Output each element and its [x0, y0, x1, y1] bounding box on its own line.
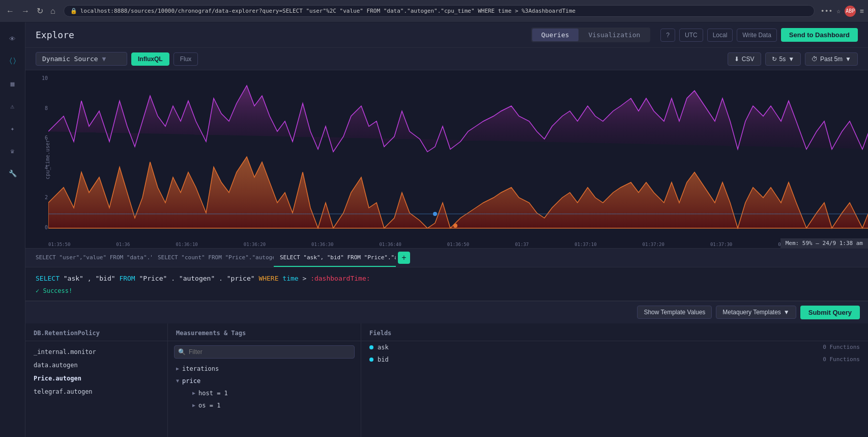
timerange-chevron-icon: ▼ — [845, 56, 851, 63]
measurement-price[interactable]: ▼ price — [168, 375, 361, 387]
help-button[interactable]: ? — [660, 29, 675, 42]
dashboards-icon: ▦ — [11, 80, 15, 88]
toolbar: Dynamic Source ▼ InfluxQL Flux ⬇ CSV ↻ 5… — [25, 48, 868, 70]
db-item-3[interactable]: telegraf.autogen — [25, 385, 167, 398]
tag-os[interactable]: ▶ os = 1 — [184, 399, 361, 412]
chevron-right-icon: ▶ — [176, 366, 179, 371]
menu-button[interactable]: ≡ — [860, 7, 864, 15]
refresh-interval-button[interactable]: ↻ 5s ▼ — [765, 52, 801, 66]
field-bid-functions: 0 Functions — [823, 356, 860, 363]
chevron-down-icon: ▼ — [176, 378, 179, 384]
measurements-list: ▶ iterations ▼ price ▶ host = 1 ▶ — [168, 363, 361, 412]
filter-icon: 🔍 — [178, 348, 186, 356]
filter-wrap: 🔍 — [168, 341, 361, 363]
field-ask-functions: 0 Functions — [823, 344, 860, 350]
metaquery-templates-button[interactable]: Metaquery Templates ▼ — [716, 306, 796, 319]
tag-host[interactable]: ▶ host = 1 — [184, 387, 361, 399]
write-data-button[interactable]: Write Data — [737, 29, 776, 42]
download-icon: ⬇ — [734, 56, 739, 63]
db-list: _internal.monitor data.autogen Price.aut… — [25, 341, 167, 402]
utc-button[interactable]: UTC — [679, 29, 703, 42]
fields-header: Fields — [361, 323, 868, 341]
data-explorer-icon: 〈〉 — [5, 57, 20, 66]
sidebar-item-dashboards[interactable]: ▦ — [3, 73, 23, 94]
source-select[interactable]: Dynamic Source ▼ — [36, 52, 127, 66]
measurement-iterations[interactable]: ▶ iterations — [168, 363, 361, 375]
home-button[interactable]: ⌂ — [48, 5, 57, 18]
field-bid[interactable]: bid 0 Functions — [361, 353, 868, 366]
tag-host-chevron-icon: ▶ — [192, 390, 195, 396]
refresh-icon: ↻ — [772, 56, 777, 63]
svg-point-3 — [433, 212, 437, 216]
browser-actions: ••• ☆ ABP ≡ — [821, 6, 864, 17]
db-section: DB.RetentionPolicy _internal.monitor dat… — [25, 323, 168, 437]
timerange-button[interactable]: ⏱ Past 5m ▼ — [805, 52, 858, 66]
forward-button[interactable]: → — [19, 5, 32, 18]
browser-bar: ← → ↻ ⌂ 🔒 localhost:8888/sources/10000/c… — [0, 0, 868, 22]
eye-icon: 👁 — [9, 35, 16, 43]
header-tabs: Queries Visualization — [531, 28, 651, 42]
bookmark-icon[interactable]: ☆ — [836, 7, 841, 15]
sidebar-item-settings[interactable]: 🔧 — [3, 163, 23, 183]
measurements-filter[interactable] — [174, 345, 355, 359]
tab-visualization[interactable]: Visualization — [580, 29, 650, 41]
menu-dots[interactable]: ••• — [821, 7, 832, 15]
app-header: Explore Queries Visualization ? UTC Loca… — [25, 22, 868, 48]
url-bar[interactable]: 🔒 localhost:8888/sources/10000/chronogra… — [64, 5, 815, 17]
sidebar-item-admin[interactable]: ♛ — [3, 141, 23, 161]
alerts-icon: ⚠ — [11, 102, 15, 110]
refresh-chevron-icon: ▼ — [788, 56, 794, 63]
query-editor: SELECT "ask" , "bid" FROM "Price" . "aut… — [25, 267, 868, 301]
bottom-actions: Show Template Values Metaquery Templates… — [25, 301, 868, 323]
main: Explore Queries Visualization ? UTC Loca… — [25, 22, 868, 437]
local-button[interactable]: Local — [707, 29, 733, 42]
db-header: DB.RetentionPolicy — [25, 323, 167, 341]
tag-os-chevron-icon: ▶ — [192, 402, 195, 408]
settings-icon: 🔧 — [9, 170, 17, 177]
db-item-0[interactable]: _internal.monitor — [25, 345, 167, 359]
field-ask[interactable]: ask 0 Functions — [361, 341, 868, 353]
metaquery-chevron-icon: ▼ — [784, 309, 790, 316]
db-item-2[interactable]: Price.autogen — [25, 372, 167, 385]
query-tab-2[interactable]: SELECT "ask", "bid" FROM "Price"."autoge… — [274, 249, 396, 267]
tab-queries[interactable]: Queries — [532, 29, 578, 41]
source-chevron-icon: ▼ — [102, 55, 106, 63]
query-builder: DB.RetentionPolicy _internal.monitor dat… — [25, 323, 868, 437]
success-message: ✓ Success! — [36, 287, 858, 294]
query-tab-1[interactable]: SELECT "count" FROM "Price"."autogen"."i… — [152, 249, 274, 267]
fields-section: Fields ask 0 Functions bid 0 Functions — [361, 323, 868, 437]
submit-query-button[interactable]: Submit Query — [800, 306, 860, 319]
toolbar-right: ⬇ CSV ↻ 5s ▼ ⏱ Past 5m ▼ — [728, 52, 858, 66]
source-label: Dynamic Source — [42, 55, 98, 63]
sidebar-item-data-explorer[interactable]: 〈〉 — [3, 51, 23, 71]
measurement-sub-list: ▶ host = 1 ▶ os = 1 — [168, 387, 361, 412]
sidebar-item-alerts[interactable]: ⚠ — [3, 96, 23, 116]
measurements-section: Measurements & Tags 🔍 ▶ iterations ▼ pri… — [168, 323, 361, 437]
db-item-1[interactable]: data.autogen — [25, 359, 167, 372]
send-to-dashboard-button[interactable]: Send to Dashboard — [781, 28, 858, 42]
sidebar-item-eye[interactable]: 👁 — [3, 29, 23, 49]
user-icon[interactable]: ABP — [845, 6, 856, 17]
sidebar-item-kapacitor[interactable]: ✦ — [3, 118, 23, 139]
header-actions: ? UTC Local Write Data Send to Dashboard — [660, 28, 858, 42]
sidebar: 👁 〈〉 ▦ ⚠ ✦ ♛ 🔧 — [0, 0, 25, 437]
query-tabs-bar: SELECT "user","value" FROM "data"."autog… — [25, 249, 868, 267]
query-builder-section: Show Template Values Metaquery Templates… — [25, 301, 868, 437]
chart-x-axis: 01:35:50 01:36 01:36:10 01:36:20 01:36:3… — [48, 242, 868, 247]
csv-button[interactable]: ⬇ CSV — [728, 52, 761, 66]
page-title: Explore — [36, 30, 74, 40]
influxql-button[interactable]: InfluxQL — [131, 52, 169, 66]
add-query-button[interactable]: + — [398, 252, 410, 264]
refresh-button[interactable]: ↻ — [35, 4, 45, 18]
field-dot-ask — [369, 345, 373, 349]
url-text: localhost:8888/sources/10000/chronograf/… — [80, 8, 576, 14]
chart-status-bar: Mem: 59% – 24/9 1:38 am — [780, 238, 868, 248]
show-template-button[interactable]: Show Template Values — [637, 306, 712, 319]
chart-svg — [48, 70, 868, 235]
back-button[interactable]: ← — [4, 5, 16, 18]
query-tab-0[interactable]: SELECT "user","value" FROM "data"."autog… — [30, 249, 152, 267]
field-dot-bid — [369, 358, 373, 362]
flux-button[interactable]: Flux — [173, 52, 198, 66]
browser-nav: ← → ↻ ⌂ — [4, 4, 57, 18]
fields-list: ask 0 Functions bid 0 Functions — [361, 341, 868, 366]
